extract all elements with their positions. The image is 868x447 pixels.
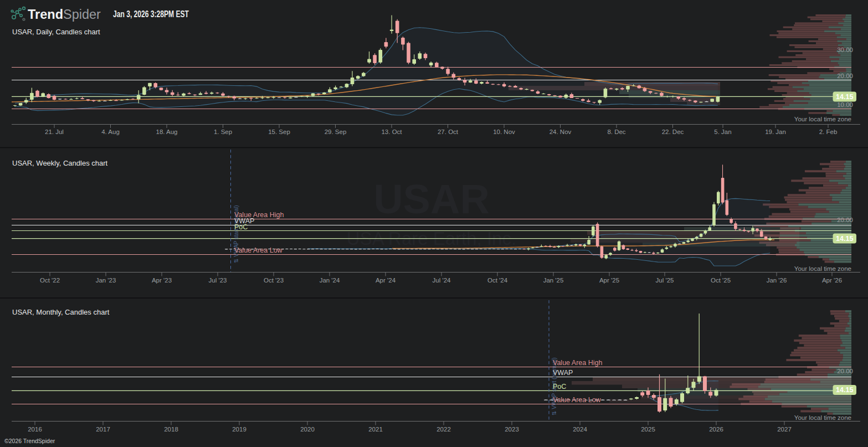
- svg-text:USAR, Monthly, Candles chart: USAR, Monthly, Candles chart: [12, 308, 110, 316]
- svg-text:10.00: 10.00: [837, 101, 853, 108]
- svg-text:20.00: 20.00: [837, 368, 853, 374]
- svg-text:14.15: 14.15: [836, 235, 853, 243]
- svg-text:©2026 TrendSpider: ©2026 TrendSpider: [4, 438, 55, 444]
- svg-text:USAR, Daily, Candles chart: USAR, Daily, Candles chart: [12, 28, 100, 36]
- svg-text:2. Feb: 2. Feb: [819, 129, 838, 135]
- svg-text:13. Oct: 13. Oct: [381, 129, 402, 135]
- svg-text:2024: 2024: [573, 426, 587, 433]
- svg-text:18. Aug: 18. Aug: [156, 129, 177, 135]
- svg-text:2025: 2025: [641, 426, 655, 433]
- svg-text:Your local time zone: Your local time zone: [794, 414, 851, 421]
- svg-text:21. Jul: 21. Jul: [45, 129, 64, 135]
- svg-text:TrendSpider: TrendSpider: [28, 7, 101, 22]
- svg-text:2026: 2026: [709, 426, 723, 433]
- svg-text:24. Nov: 24. Nov: [549, 129, 572, 135]
- svg-text:Jul '23: Jul '23: [209, 277, 227, 284]
- svg-text:Oct '25: Oct '25: [711, 277, 731, 284]
- svg-text:Value Area High: Value Area High: [553, 359, 602, 367]
- svg-text:Jan '26: Jan '26: [767, 277, 787, 284]
- svg-text:4. Aug: 4. Aug: [101, 129, 120, 135]
- svg-text:20.00: 20.00: [837, 73, 853, 79]
- svg-text:2022: 2022: [436, 426, 451, 433]
- svg-text:USAR: USAR: [373, 176, 490, 222]
- svg-text:2020: 2020: [300, 426, 315, 433]
- svg-text:Oct '24: Oct '24: [487, 277, 508, 284]
- svg-text:VWAP: VWAP: [553, 369, 573, 377]
- svg-text:5. Jan: 5. Jan: [714, 129, 731, 135]
- svg-text:Apr '23: Apr '23: [152, 277, 172, 284]
- svg-text:USAR, Weekly, Candles chart: USAR, Weekly, Candles chart: [12, 159, 108, 167]
- svg-text:Value Area Low: Value Area Low: [553, 396, 602, 404]
- svg-text:Jan '24: Jan '24: [320, 277, 340, 284]
- svg-text:10. Nov: 10. Nov: [493, 129, 515, 135]
- svg-text:Jul '24: Jul '24: [433, 277, 451, 284]
- svg-text:PoC: PoC: [234, 223, 248, 231]
- svg-text:1. Sep: 1. Sep: [214, 129, 232, 135]
- svg-text:14.15: 14.15: [836, 386, 853, 394]
- svg-text:2017: 2017: [96, 426, 110, 433]
- svg-text:20.00: 20.00: [837, 217, 853, 223]
- svg-text:15. Sep: 15. Sep: [268, 129, 290, 135]
- svg-text:Apr '26: Apr '26: [822, 277, 842, 284]
- svg-text:22. Dec: 22. Dec: [662, 129, 684, 135]
- svg-text:Apr '25: Apr '25: [599, 277, 619, 284]
- svg-text:Jan 3, 2026 3:28PM EST: Jan 3, 2026 3:28PM EST: [113, 9, 189, 19]
- svg-text:Your local time zone: Your local time zone: [794, 116, 851, 122]
- svg-text:2023: 2023: [505, 426, 519, 433]
- svg-text:Value Area Low: Value Area Low: [234, 246, 283, 254]
- svg-text:2016: 2016: [28, 426, 42, 433]
- svg-text:Jan '25: Jan '25: [543, 277, 564, 284]
- svg-text:Jan '23: Jan '23: [96, 277, 116, 284]
- svg-text:Oct '23: Oct '23: [264, 277, 284, 284]
- svg-text:27. Oct: 27. Oct: [438, 129, 459, 135]
- svg-text:19. Jan: 19. Jan: [765, 129, 786, 135]
- svg-text:PoC: PoC: [553, 383, 566, 391]
- svg-text:30.00: 30.00: [837, 47, 853, 53]
- svg-text:14.15: 14.15: [836, 93, 853, 101]
- svg-text:2018: 2018: [164, 426, 178, 433]
- svg-text:8. Dec: 8. Dec: [607, 129, 625, 135]
- svg-text:2021: 2021: [368, 426, 383, 433]
- svg-text:29. Sep: 29. Sep: [325, 129, 347, 135]
- svg-text:Jul '25: Jul '25: [656, 277, 674, 284]
- svg-text:2027: 2027: [777, 426, 792, 433]
- svg-text:Oct '22: Oct '22: [40, 277, 60, 284]
- svg-text:2019: 2019: [232, 426, 246, 433]
- svg-text:Your local time zone: Your local time zone: [794, 265, 851, 272]
- svg-text:Apr '24: Apr '24: [376, 277, 396, 284]
